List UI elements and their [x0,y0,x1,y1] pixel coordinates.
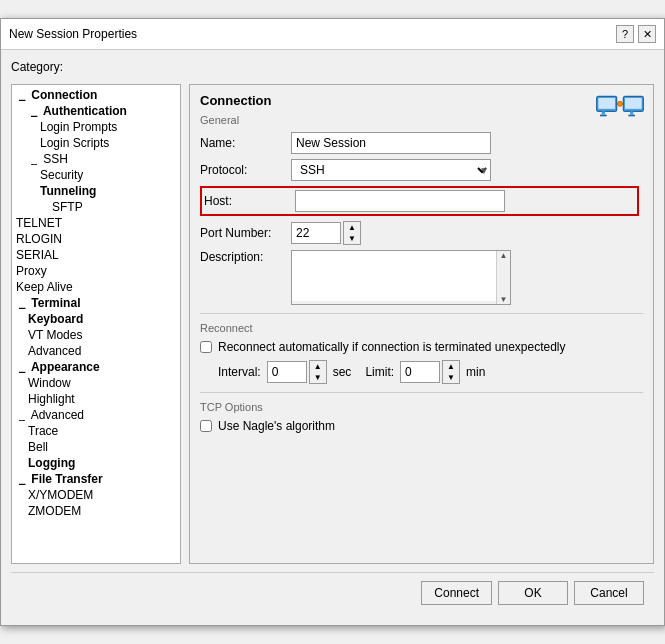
right-panel: Connection [189,84,654,564]
limit-up-button[interactable]: ▲ [443,361,459,372]
description-row: Description: ▲ ▼ [200,250,643,305]
interval-down-button[interactable]: ▼ [310,372,326,383]
tree-item-trace[interactable]: Trace [12,423,180,439]
name-input[interactable] [291,132,491,154]
interval-row: Interval: ▲ ▼ sec Limit: [218,360,643,384]
tree-item-rlogin[interactable]: RLOGIN [12,231,180,247]
limit-input[interactable] [400,361,440,383]
ok-button[interactable]: OK [498,581,568,605]
port-spinner-buttons: ▲ ▼ [343,221,361,245]
reconnect-label: Reconnect [200,322,643,334]
scroll-up-arrow[interactable]: ▲ [500,251,508,260]
network-icon [595,93,645,133]
tree-item-highlight[interactable]: Highlight [12,391,180,407]
tree-item-xymodem[interactable]: X/YMODEM [12,487,180,503]
title-bar: New Session Properties ? ✕ [1,19,664,50]
tree-item-login-prompts[interactable]: Login Prompts [12,119,180,135]
help-button[interactable]: ? [616,25,634,43]
tree-item-telnet[interactable]: TELNET [12,215,180,231]
description-label: Description: [200,250,285,264]
expand-icon-auth: ⎯ [28,106,40,117]
tree-item-proxy[interactable]: Proxy [12,263,180,279]
port-up-button[interactable]: ▲ [344,222,360,233]
description-scrollbar[interactable]: ▲ ▼ [496,251,510,304]
name-label: Name: [200,136,285,150]
tree-item-tunneling[interactable]: Tunneling [12,183,180,199]
port-spinner: ▲ ▼ [291,221,361,245]
tree-item-bell[interactable]: Bell [12,439,180,455]
min-label: min [466,365,485,379]
limit-spinner: ▲ ▼ [400,360,460,384]
limit-label: Limit: [365,365,394,379]
right-inner: Connection [189,84,654,564]
sec-label: sec [333,365,352,379]
connect-button[interactable]: Connect [421,581,492,605]
tree-item-security[interactable]: Security [12,167,180,183]
category-label: Category: [11,60,654,74]
scroll-down-arrow[interactable]: ▼ [500,295,508,304]
new-session-properties-dialog: New Session Properties ? ✕ Category: ⎯ C… [0,18,665,626]
description-textarea[interactable] [292,251,496,301]
tcp-section: TCP Options Use Nagle's algorithm [200,401,643,433]
svg-rect-7 [628,115,635,117]
tree-item-login-scripts[interactable]: Login Scripts [12,135,180,151]
tree-item-connection[interactable]: ⎯ Connection [12,87,180,103]
nagle-checkbox[interactable] [200,420,212,432]
limit-down-button[interactable]: ▼ [443,372,459,383]
tree-item-appearance[interactable]: ⎯ Appearance [12,359,180,375]
port-down-button[interactable]: ▼ [344,233,360,244]
nagle-row: Use Nagle's algorithm [200,419,643,433]
tree-item-sftp[interactable]: SFTP [12,199,180,215]
tree-item-authentication[interactable]: ⎯ Authentication [12,103,180,119]
port-input[interactable] [291,222,341,244]
description-textarea-wrapper: ▲ ▼ [291,250,511,305]
interval-up-button[interactable]: ▲ [310,361,326,372]
interval-input[interactable] [267,361,307,383]
icon-area [595,93,645,136]
interval-label: Interval: [218,365,261,379]
host-input[interactable] [295,190,505,212]
tree-item-advanced-terminal[interactable]: Advanced [12,343,180,359]
svg-point-9 [618,101,623,106]
reconnect-checkbox[interactable] [200,341,212,353]
tree-item-vtmodes[interactable]: VT Modes [12,327,180,343]
tree-item-terminal[interactable]: ⎯ Terminal [12,295,180,311]
reconnect-section: Reconnect Reconnect automatically if con… [200,322,643,384]
expand-icon-connection: ⎯ [16,90,28,101]
cancel-button[interactable]: Cancel [574,581,644,605]
close-button[interactable]: ✕ [638,25,656,43]
tree-item-logging[interactable]: Logging [12,455,180,471]
title-bar-controls: ? ✕ [616,25,656,43]
divider-1 [200,313,643,314]
interval-spinner: ▲ ▼ [267,360,327,384]
nagle-label: Use Nagle's algorithm [218,419,335,433]
protocol-select[interactable]: SSH Telnet RLogin Serial [291,159,491,181]
svg-rect-2 [602,111,605,114]
dialog-body: Category: ⎯ Connection ⎯ Authentication … [1,50,664,625]
tree-panel[interactable]: ⎯ Connection ⎯ Authentication Login Prom… [11,84,181,564]
divider-2 [200,392,643,393]
tree-item-zmodem[interactable]: ZMODEM [12,503,180,519]
tree-item-advanced[interactable]: ⎯ Advanced [12,407,180,423]
svg-rect-1 [598,98,615,109]
port-row: Port Number: ▲ ▼ [200,221,643,245]
section-title: Connection [200,93,643,108]
tree-item-ssh[interactable]: ⎯ SSH [12,151,180,167]
protocol-select-wrapper: SSH Telnet RLogin Serial ▼ [291,159,491,181]
general-group-label: General [200,114,643,126]
tree-item-serial[interactable]: SERIAL [12,247,180,263]
host-label: Host: [204,194,289,208]
dialog-title: New Session Properties [9,27,137,41]
tree-item-keepalive[interactable]: Keep Alive [12,279,180,295]
protocol-label: Protocol: [200,163,285,177]
host-row: Host: [200,186,639,216]
expand-icon-ssh: ⎯ [28,154,40,165]
reconnect-checkbox-row: Reconnect automatically if connection is… [200,340,643,354]
limit-spinner-buttons: ▲ ▼ [442,360,460,384]
expand-icon-appearance: ⎯ [16,362,28,373]
tree-item-window[interactable]: Window [12,375,180,391]
tree-item-file-transfer[interactable]: ⎯ File Transfer [12,471,180,487]
expand-icon-terminal: ⎯ [16,298,28,309]
svg-rect-6 [630,111,633,114]
tree-item-keyboard[interactable]: Keyboard [12,311,180,327]
